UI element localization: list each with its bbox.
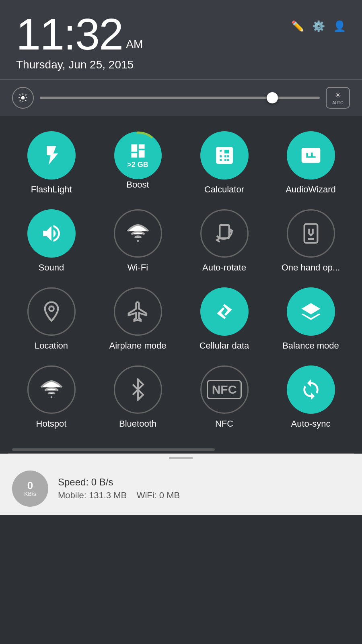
autosync-label: Auto-sync [291,419,331,429]
speed-value: 0 [27,480,33,491]
audiowizard-button[interactable]: AudioWizard [267,124,354,202]
svg-point-0 [21,96,25,100]
wifi-label: Wi-Fi [128,262,148,273]
autorotate-label: Auto-rotate [202,262,246,273]
cellular-button[interactable]: Cellular data [181,280,267,358]
speed-label: Speed: 0 B/s [58,477,180,488]
brightness-thumb[interactable] [267,92,278,103]
location-label: Location [35,341,68,351]
speed-info: Speed: 0 B/s Mobile: 131.3 MB WiFi: 0 MB [58,477,180,501]
header: 11:32 AM ✏️ ⚙️ 👤 Thursday, Jun 25, 2015 [0,0,362,79]
date-display: Thursday, Jun 25, 2015 [16,58,346,71]
balance-button[interactable]: Balance mode [267,280,354,358]
airplane-label: Airplane mode [109,341,167,351]
quick-settings-grid: FlashLight >2 GB Boost Calculator AudioW… [0,116,362,444]
autosync-button[interactable]: Auto-sync [267,358,354,436]
clock-ampm: AM [126,38,143,51]
svg-point-16 [49,306,54,311]
brightness-row: ☀ AUTO [0,79,362,116]
drag-handle[interactable] [0,454,362,462]
bluetooth-label: Bluetooth [119,419,156,429]
autorotate-button[interactable]: Auto-rotate [181,202,267,280]
boost-value: >2 GB [127,161,148,169]
hotspot-button[interactable]: Hotspot [8,358,95,436]
onehand-label: One hand op... [282,262,340,273]
clock-time: 11:32 [16,12,123,56]
brightness-fill [40,97,278,99]
settings-icon[interactable]: ⚙️ [312,20,325,33]
airplane-button[interactable]: Airplane mode [95,280,181,358]
svg-point-17 [50,396,52,398]
header-icons: ✏️ ⚙️ 👤 [291,20,346,33]
svg-point-12 [313,150,316,153]
edit-icon[interactable]: ✏️ [291,20,304,33]
nfc-label: NFC [215,419,233,429]
data-usage: Mobile: 131.3 MB WiFi: 0 MB [58,490,180,501]
svg-point-11 [306,150,309,153]
user-icon[interactable]: 👤 [333,20,346,33]
speed-circle: 0 KB/s [12,471,48,507]
bluetooth-button[interactable]: Bluetooth [95,358,181,436]
location-button[interactable]: Location [8,280,95,358]
nfc-button[interactable]: NFC NFC [181,358,267,436]
speed-unit: KB/s [24,491,36,497]
svg-rect-14 [220,225,229,238]
svg-point-13 [137,240,139,242]
mobile-data: Mobile: 131.3 MB [58,490,127,500]
drag-handle-bar [169,457,193,459]
flashlight-label: FlashLight [31,184,72,195]
cellular-label: Cellular data [200,341,249,351]
auto-brightness-icon: ☀ [335,91,341,100]
onehand-button[interactable]: One hand op... [267,202,354,280]
brightness-slider[interactable] [40,97,320,99]
svg-line-4 [25,100,26,101]
progress-bar [12,448,215,451]
bottom-bar: 0 KB/s Speed: 0 B/s Mobile: 131.3 MB WiF… [0,462,362,515]
boost-button[interactable]: >2 GB Boost [95,124,181,202]
calculator-button[interactable]: Calculator [181,124,267,202]
svg-line-8 [25,95,26,95]
wifi-button[interactable]: Wi-Fi [95,202,181,280]
sound-button[interactable]: Sound [8,202,95,280]
auto-brightness-label: AUTO [332,101,343,105]
audiowizard-label: AudioWizard [286,184,336,195]
brightness-icon-button[interactable] [12,87,34,109]
hotspot-label: Hotspot [36,419,67,429]
auto-brightness-button[interactable]: ☀ AUTO [326,87,350,109]
wifi-data: WiFi: 0 MB [137,490,180,500]
balance-label: Balance mode [282,341,339,351]
time-display: 11:32 AM [16,12,143,56]
progress-area [0,444,362,453]
flashlight-button[interactable]: FlashLight [8,124,95,202]
calculator-label: Calculator [204,184,244,195]
svg-line-7 [20,100,21,101]
sound-label: Sound [39,262,64,273]
boost-label: Boost [126,180,149,190]
svg-line-3 [20,95,21,95]
